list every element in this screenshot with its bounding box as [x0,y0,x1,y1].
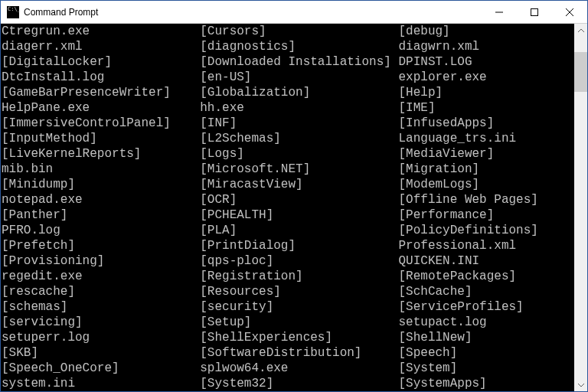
listing-cell: [SKB] [2,345,200,361]
listing-cell: [ServiceProfiles] [398,299,573,315]
listing-cell: [SoftwareDistribution] [200,345,398,361]
listing-cell: [L2Schemas] [200,131,398,146]
listing-cell: [Cursors] [200,24,398,39]
listing-cell: [LiveKernelReports] [2,146,200,162]
listing-cell: hh.exe [200,100,398,116]
listing-row: setuperr.log[ShellExperiences][ShellNew] [2,330,573,345]
listing-cell: DPINST.LOG [398,54,573,70]
listing-cell: [Speech_OneCore] [2,361,200,376]
listing-cell: [Resources] [200,284,398,299]
minimize-button[interactable] [482,1,517,23]
listing-cell: Ctregrun.exe [2,24,200,39]
listing-row: [SKB][SoftwareDistribution][Speech] [2,345,573,361]
listing-cell: [DigitalLocker] [2,54,200,70]
listing-row: PFRO.log[PLA][PolicyDefinitions] [2,223,573,238]
listing-cell: [Downloaded Installations] [200,54,398,70]
listing-cell: splwow64.exe [200,361,398,376]
listing-row: [InputMethod][L2Schemas]Language_trs.ini [2,131,573,146]
listing-cell: [Provisioning] [2,253,200,269]
svg-rect-0 [531,8,538,15]
listing-cell: [Microsoft.NET] [200,162,398,177]
vertical-scrollbar[interactable] [574,24,587,391]
listing-row: [GameBarPresenceWriter][Globalization][H… [2,85,573,100]
listing-cell: [servicing] [2,315,200,330]
listing-cell: [InfusedApps] [398,116,573,131]
listing-cell: [System32] [200,376,398,391]
window-title: Command Prompt [24,7,482,18]
listing-row: [rescache][Resources][SchCache] [2,284,573,299]
chevron-up-icon [578,28,584,34]
titlebar[interactable]: Command Prompt [1,1,587,24]
listing-cell: mib.bin [2,162,200,177]
minimize-icon [495,8,503,16]
listing-cell: [Minidump] [2,177,200,192]
close-icon [566,8,573,16]
listing-row: HelpPane.exehh.exe[IME] [2,100,573,116]
window-controls [482,1,587,23]
listing-cell: [Migration] [398,162,573,177]
listing-cell: [MediaViewer] [398,146,573,162]
listing-cell: [Offline Web Pages] [398,192,573,207]
listing-row: system.ini[System32][SystemApps] [2,376,573,391]
listing-cell: explorer.exe [398,70,573,85]
listing-row: [Panther][PCHEALTH][Performance] [2,207,573,223]
listing-cell: [Registration] [200,269,398,284]
scrollbar-thumb[interactable] [574,52,587,92]
listing-cell: [INF] [200,116,398,131]
listing-row: DtcInstall.log[en-US]explorer.exe [2,70,573,85]
listing-cell: diagwrn.xml [398,39,573,54]
listing-row: [Minidump][MiracastView][ModemLogs] [2,177,573,192]
listing-cell: system.ini [2,376,200,391]
scroll-up-button[interactable] [574,24,587,37]
listing-cell: [Panther] [2,207,200,223]
listing-row: [servicing][Setup]setupact.log [2,315,573,330]
listing-cell: [System] [398,361,573,376]
listing-cell: [SystemApps] [398,376,573,391]
terminal-area: Ctregrun.exe[Cursors][debug]diagerr.xml[… [1,24,587,391]
close-button[interactable] [552,1,587,23]
cmd-icon [7,6,19,18]
listing-cell: [Prefetch] [2,238,200,253]
listing-row: [schemas][security][ServiceProfiles] [2,299,573,315]
listing-cell: [Performance] [398,207,573,223]
listing-cell: [PolicyDefinitions] [398,223,573,238]
listing-row: Ctregrun.exe[Cursors][debug] [2,24,573,39]
listing-cell: [GameBarPresenceWriter] [2,85,200,100]
listing-row: [Prefetch][PrintDialog]Professional.xml [2,238,573,253]
listing-row: diagerr.xml[diagnostics]diagwrn.xml [2,39,573,54]
listing-row: [Speech_OneCore]splwow64.exe[System] [2,361,573,376]
listing-cell: [Globalization] [200,85,398,100]
listing-cell: setuperr.log [2,330,200,345]
maximize-icon [531,8,538,16]
listing-cell: [en-US] [200,70,398,85]
listing-cell: [ShellNew] [398,330,573,345]
listing-cell: [PCHEALTH] [200,207,398,223]
listing-cell: Professional.xml [398,238,573,253]
listing-cell: Language_trs.ini [398,131,573,146]
listing-cell: [InputMethod] [2,131,200,146]
listing-cell: [qps-ploc] [200,253,398,269]
listing-cell: [ImmersiveControlPanel] [2,116,200,131]
listing-cell: [MiracastView] [200,177,398,192]
scroll-down-button[interactable] [574,378,587,391]
listing-row: regedit.exe[Registration][RemotePackages… [2,269,573,284]
listing-cell: [Logs] [200,146,398,162]
listing-cell: [diagnostics] [200,39,398,54]
listing-cell: [schemas] [2,299,200,315]
listing-cell: [OCR] [200,192,398,207]
terminal-output[interactable]: Ctregrun.exe[Cursors][debug]diagerr.xml[… [1,24,574,391]
listing-cell: [Speech] [398,345,573,361]
listing-cell: setupact.log [398,315,573,330]
listing-cell: diagerr.xml [2,39,200,54]
listing-cell: [SchCache] [398,284,573,299]
listing-cell: HelpPane.exe [2,100,200,116]
listing-cell: regedit.exe [2,269,200,284]
maximize-button[interactable] [517,1,552,23]
listing-cell: PFRO.log [2,223,200,238]
listing-row: [Provisioning][qps-ploc]QUICKEN.INI [2,253,573,269]
listing-cell: notepad.exe [2,192,200,207]
listing-row: [LiveKernelReports][Logs][MediaViewer] [2,146,573,162]
scrollbar-track[interactable] [574,37,587,378]
listing-cell: [Setup] [200,315,398,330]
listing-row: [DigitalLocker][Downloaded Installations… [2,54,573,70]
